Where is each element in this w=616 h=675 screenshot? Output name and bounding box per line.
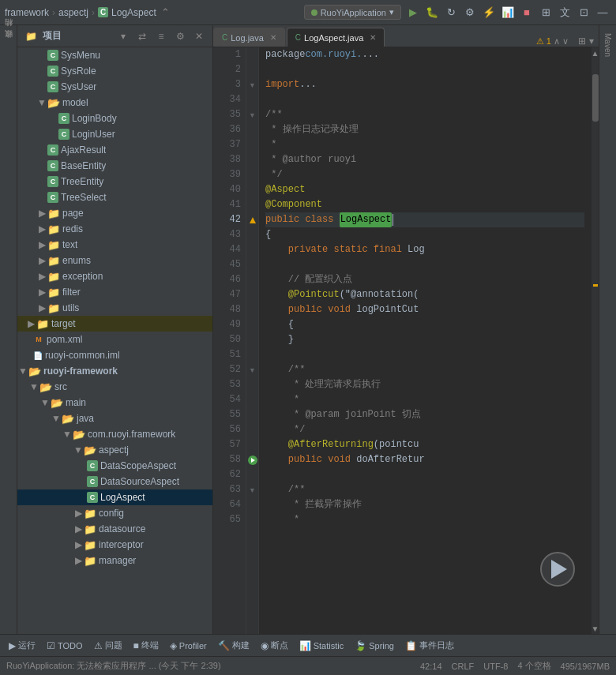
tree-item-loginuser[interactable]: C LoginUser	[17, 126, 212, 142]
sidebar-tab-structure[interactable]: 结构	[1, 28, 17, 38]
gutter-35-fold[interactable]: ▼	[246, 107, 258, 122]
settings-button[interactable]: ⚙	[461, 4, 479, 21]
panel-settings-icon[interactable]: ⚙	[173, 29, 187, 43]
tree-item-page[interactable]: ▶ 📁 page	[17, 205, 212, 221]
code-line-42: public class LogAspect	[265, 212, 584, 227]
btn-run[interactable]: ▶ 运行	[5, 638, 39, 653]
profile-button[interactable]: 📊	[499, 4, 516, 21]
nav-down[interactable]: ∨	[562, 36, 569, 47]
encoding[interactable]: UTF-8	[483, 662, 508, 671]
btn-todo[interactable]: ☑ TODO	[43, 639, 87, 653]
tree-item-interceptor[interactable]: ▶ 📁 interceptor	[17, 537, 212, 553]
tree-item-loginbody[interactable]: C LoginBody	[17, 111, 212, 126]
panel-dropdown[interactable]: ▾	[116, 29, 130, 43]
breadcrumb-logaspect[interactable]: LogAspect	[111, 7, 156, 18]
gutter-63-fold[interactable]: ▼	[246, 482, 258, 497]
tree-item-com-ruoyi-framework[interactable]: ▼ 📂 com.ruoyi.framework	[17, 426, 212, 442]
tree-item-exception[interactable]: ▶ 📁 exception	[17, 268, 212, 284]
arrow-src: ▼	[28, 381, 39, 392]
gutter-3-fold[interactable]: ▼	[246, 77, 258, 92]
tree-item-model[interactable]: ▼ 📂 model	[17, 95, 212, 111]
tab-log-close[interactable]: ✕	[270, 33, 276, 42]
mem-usage[interactable]: 495/1967MB	[561, 662, 610, 671]
tree-item-target[interactable]: ▶ 📁 target	[17, 316, 212, 332]
btn-profiler[interactable]: ◈ Profiler	[166, 639, 211, 653]
tree-item-treeentity[interactable]: C TreeEntity	[17, 174, 212, 189]
tree-item-sysmenu[interactable]: C SysMenu	[17, 47, 212, 63]
btn-terminal[interactable]: ■ 终端	[130, 638, 163, 653]
tree-item-datasourceaspect[interactable]: C DataSourceAspect	[17, 474, 212, 489]
gutter-48	[246, 302, 258, 317]
indent[interactable]: 4 个空格	[517, 660, 550, 672]
tree-item-config[interactable]: ▶ 📁 config	[17, 505, 212, 521]
btn-breakpoints[interactable]: ◉ 断点	[257, 638, 292, 653]
tab-logaspect-java[interactable]: C LogAspect.java ✕	[287, 28, 385, 47]
folder-icon-page: 📁	[47, 208, 60, 219]
tree-item-ajaxresult[interactable]: C AjaxResult	[17, 142, 212, 158]
tree-item-pom[interactable]: M pom.xml	[17, 332, 212, 347]
panel-sync-icon[interactable]: ⇄	[135, 29, 149, 43]
btn-problems[interactable]: ⚠ 问题	[90, 638, 126, 653]
tree-item-manager[interactable]: ▶ 📁 manager	[17, 553, 212, 568]
tree-item-enums[interactable]: ▶ 📁 enums	[17, 253, 212, 268]
scrollbar-down[interactable]: ▼	[592, 623, 599, 634]
line-ending[interactable]: CRLF	[452, 662, 475, 671]
right-tab-maven[interactable]: Maven	[601, 28, 614, 62]
scrollbar-up[interactable]: ▲	[592, 47, 599, 58]
tree-item-text[interactable]: ▶ 📁 text	[17, 237, 212, 253]
tree-item-main[interactable]: ▼ 📂 main	[17, 395, 212, 411]
tab-log-java[interactable]: C Log.java ✕	[213, 28, 285, 47]
tree-item-src[interactable]: ▼ 📂 src	[17, 379, 212, 395]
layout-button[interactable]: ⊞	[537, 4, 554, 21]
tree-item-datasource[interactable]: ▶ 📁 datasource	[17, 521, 212, 537]
scrollbar-thumb[interactable]	[592, 74, 599, 122]
refresh-button[interactable]: ↻	[442, 4, 460, 21]
tab-more[interactable]: ▾	[589, 36, 594, 47]
minimize-button[interactable]: —	[594, 4, 611, 21]
stop-button[interactable]: ■	[518, 4, 535, 21]
breadcrumb-aspectj[interactable]: aspectj	[58, 7, 88, 18]
compile-button[interactable]: ⚡	[480, 4, 498, 21]
breadcrumb-framework[interactable]: framework	[5, 7, 49, 18]
panel-expand-icon[interactable]: ≡	[154, 29, 168, 43]
tree-item-filter[interactable]: ▶ 📁 filter	[17, 284, 212, 300]
tab-expand[interactable]: ⊞	[578, 36, 586, 47]
debug-button[interactable]: 🐛	[423, 4, 441, 21]
tree-item-sysrole[interactable]: C SysRole	[17, 63, 212, 79]
tree-item-datascopeaspect[interactable]: C DataScopeAspect	[17, 458, 212, 474]
tab-logaspect-close[interactable]: ✕	[370, 33, 376, 42]
run-config-selector[interactable]: RuoYiApplication ▾	[304, 5, 401, 20]
tree-item-logaspect[interactable]: C LogAspect	[17, 489, 212, 505]
tree-item-aspectj[interactable]: ▼ 📂 aspectj	[17, 442, 212, 458]
tree-item-ruoyi-framework[interactable]: ▼ 📂 ruoyi-framework	[17, 363, 212, 379]
editor-scrollbar[interactable]: ▲ ▼	[591, 47, 599, 634]
arrow-java: ▼	[51, 413, 62, 424]
tree-item-redis[interactable]: ▶ 📁 redis	[17, 221, 212, 237]
tree-item-treeselect[interactable]: C TreeSelect	[17, 189, 212, 205]
gutter-56	[246, 422, 258, 437]
tab-log-icon: C	[222, 33, 227, 42]
btn-spring[interactable]: 🍃 Spring	[351, 639, 398, 653]
sidebar-tab-bookmarks[interactable]: 收藏	[1, 39, 17, 49]
translate-button[interactable]: 文	[556, 4, 573, 21]
window-button[interactable]: ⊡	[575, 4, 592, 21]
tree-item-baseentity[interactable]: C BaseEntity	[17, 158, 212, 174]
btn-build[interactable]: 🔨 构建	[214, 638, 254, 653]
gutter-52-fold[interactable]: ▼	[246, 362, 258, 377]
panel-close-icon[interactable]: ✕	[192, 29, 206, 43]
tree-item-utils[interactable]: ▶ 📁 utils	[17, 300, 212, 316]
tree-item-java[interactable]: ▼ 📂 java	[17, 411, 212, 426]
line-col[interactable]: 42:14	[420, 662, 442, 671]
tree-item-ruoyi-common-iml[interactable]: 📄 ruoyi-common.iml	[17, 347, 212, 363]
code-line-41: @Component	[265, 197, 584, 212]
gutter-58-run[interactable]	[246, 452, 258, 467]
btn-eventlog[interactable]: 📋 事件日志	[401, 638, 458, 653]
code-content[interactable]: package com.ruoyi.... import ... /** * 操…	[259, 47, 591, 634]
run-button[interactable]: ▶	[404, 4, 422, 21]
nav-up[interactable]: ∧	[554, 36, 560, 47]
btn-statistic[interactable]: 📊 Statistic	[295, 639, 348, 653]
tree-item-sysuser[interactable]: C SysUser	[17, 79, 212, 95]
line-num-35: 35	[213, 107, 241, 122]
play-button-overlay[interactable]	[540, 552, 575, 587]
nav-back-icon[interactable]: ⌃	[161, 6, 170, 18]
